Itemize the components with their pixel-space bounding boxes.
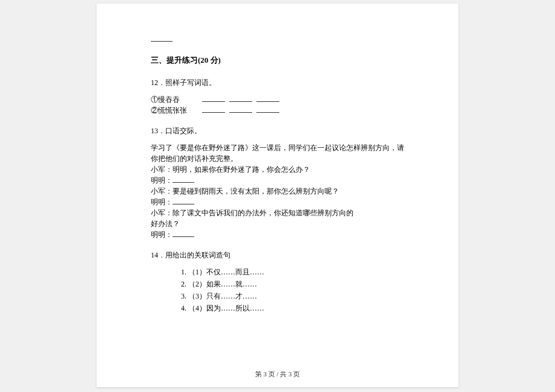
q13-xj3-line1: 小军：除了课文中告诉我们的办法外，你还知道哪些辨别方向的 [151,207,404,218]
list-item: 4. （4）因为……所以…… [181,303,404,314]
document-page: 三、提升练习(20 分) 12．照样子写词语。 ①慢吞吞 ②慌慌张张 13．口语… [97,4,458,387]
q13-mm1: 明明： [151,175,404,186]
blank [173,230,194,237]
blank [229,106,252,113]
list-item: 3. （3）只有……才…… [181,291,404,302]
page-footer: 第 3 页 / 共 3 页 [97,369,458,379]
list-item: 2. （2）如果……就…… [181,279,404,289]
q13-xj3-line2: 好办法？ [151,218,404,229]
blank [229,95,252,102]
q13-mm2: 明明： [151,197,404,207]
q13-header: 13．口语交际。 [151,125,404,136]
q12-example2: ②慌慌张张 [151,106,187,115]
q13-mm3: 明明： [151,229,404,240]
question-12: 12．照样子写词语。 ①慢吞吞 ②慌慌张张 [151,77,404,116]
question-14: 14．用给出的关联词造句 1. （1）不仅……而且…… 2. （2）如果……就…… [151,250,404,314]
blank [202,106,225,113]
q13-xj2: 小军：要是碰到阴雨天，没有太阳，那你怎么辨别方向呢？ [151,186,404,197]
q12-header: 12．照样子写词语。 [151,77,404,88]
blank [256,106,279,113]
q14-header: 14．用给出的关联词造句 [151,250,404,261]
blank [202,95,225,102]
blank [256,95,279,102]
section-heading: 三、提升练习(20 分) [151,54,404,66]
question-13: 13．口语交际。 学习了《要是你在野外迷了路》这一课后，同学们在一起议论怎样辨别… [151,125,404,240]
q12-line1: ①慢吞吞 [151,94,404,105]
q12-example1: ①慢吞吞 [151,95,180,104]
list-item: 1. （1）不仅……而且…… [181,267,404,277]
q13-intro: 学习了《要是你在野外迷了路》这一课后，同学们在一起议论怎样辨别方向，请你把他们的… [151,142,404,164]
top-blank-line [151,34,404,45]
blank [173,175,194,183]
q13-xj1: 小军：明明，如果你在野外迷了路，你会怎么办？ [151,164,404,175]
q14-list: 1. （1）不仅……而且…… 2. （2）如果……就…… 3. （3）只有……才… [181,267,404,314]
q12-line2: ②慌慌张张 [151,105,404,116]
blank [173,197,194,204]
